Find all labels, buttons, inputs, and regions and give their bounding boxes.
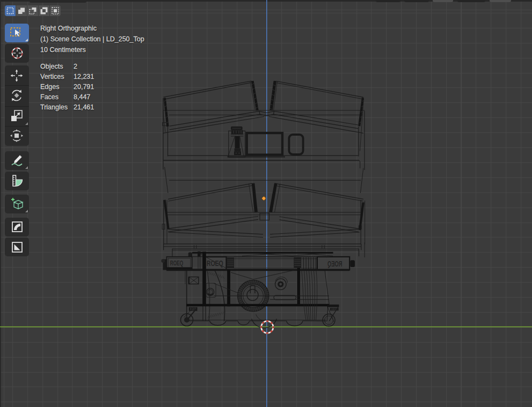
svg-text:ROEQ: ROEQ	[170, 260, 184, 267]
svg-text:ROEQ: ROEQ	[327, 260, 342, 268]
svg-text:ROEQ: ROEQ	[207, 259, 223, 268]
